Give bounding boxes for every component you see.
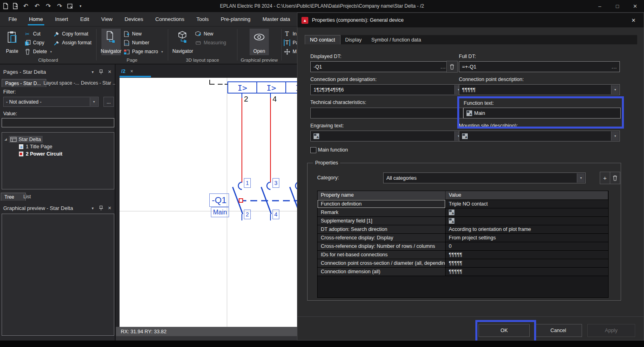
ok-button[interactable]: OK	[479, 324, 530, 337]
pages-panel-header[interactable]: Pages - Star Delta ▾ ✕	[0, 67, 115, 77]
main-function-checkbox[interactable]	[310, 147, 316, 153]
filter-browse-button[interactable]: ...	[103, 97, 114, 107]
layout-new-button[interactable]: New	[195, 30, 213, 38]
tree-item-title-page[interactable]: ✳ 1 Title Page	[18, 143, 52, 150]
tree-item-project[interactable]: ◢ Star Delta	[4, 136, 43, 143]
tab-symbol-function-data[interactable]: Symbol / function data	[367, 35, 426, 44]
column-header-value[interactable]: Value	[446, 191, 608, 200]
menu-pre-planning[interactable]: Pre-planning	[215, 12, 256, 26]
browse-dots[interactable]: ...	[612, 64, 617, 70]
table-row[interactable]: Remark	[318, 208, 608, 217]
table-row[interactable]: Cross-reference display: Number of rows …	[318, 242, 608, 251]
device-tag-label[interactable]: -Q1	[209, 193, 229, 207]
property-value-cell[interactable]	[446, 208, 608, 217]
property-name-cell[interactable]: Connection point cross-section / diamete…	[318, 259, 446, 268]
editor-tab[interactable]: /2 ×	[120, 66, 135, 76]
menu-home[interactable]: Home	[23, 12, 49, 26]
apply-button[interactable]: Apply	[587, 324, 635, 337]
add-property-button[interactable]: +	[600, 172, 610, 184]
page-navigator-button[interactable]: Navigator	[101, 29, 121, 55]
property-name-cell[interactable]: Supplementary field [1]	[318, 217, 446, 225]
layout-navigator-button[interactable]: Navigator	[173, 29, 192, 55]
undo-list-icon[interactable]: ↶	[22, 2, 30, 10]
filter-dropdown-icon[interactable]: ▾	[90, 98, 98, 106]
cancel-action-icon[interactable]	[67, 3, 73, 9]
property-name-cell[interactable]: Function definition	[318, 200, 446, 208]
table-row[interactable]: DT adoption: Search direction According …	[318, 225, 608, 234]
paste-button[interactable]: Paste	[2, 29, 22, 55]
mounting-site-combobox[interactable]: ▾	[459, 131, 620, 141]
dropdown-icon[interactable]: ▾	[577, 173, 585, 183]
menu-tools[interactable]: Tools	[190, 12, 215, 26]
property-value-cell[interactable]: From project settings	[446, 234, 608, 242]
customize-qat-icon[interactable]: ▾	[76, 4, 85, 8]
restore-button[interactable]: □	[609, 0, 626, 12]
table-row[interactable]: Connection dimension (all) ¶¶¶¶¶	[318, 268, 608, 276]
chevron-down-icon[interactable]: ▾	[92, 70, 94, 74]
menu-connections[interactable]: Connections	[149, 12, 190, 26]
dock-tab-pages[interactable]: Pages - Star D...	[2, 79, 46, 87]
graphical-preview-canvas[interactable]	[2, 214, 114, 336]
new-page-icon[interactable]	[2, 3, 9, 9]
open-preview-button[interactable]: Open	[250, 29, 269, 55]
dropdown-icon[interactable]: ▾	[611, 131, 619, 141]
graphical-preview-header[interactable]: Graphical preview - Star Delta ▾ ✕	[0, 203, 115, 213]
property-name-cell[interactable]: Cross-reference display: Number of rows …	[318, 242, 446, 251]
table-row[interactable]: Connection point cross-section / diamete…	[318, 259, 608, 268]
minimize-button[interactable]: –	[591, 0, 609, 12]
property-name-cell[interactable]: IDs for net-based connections	[318, 251, 446, 259]
page-tree[interactable]: ◢ Star Delta ✳ 1 Title Page 2 Power Circ…	[2, 132, 114, 189]
property-name-cell[interactable]: Cross-reference display: Display	[318, 234, 446, 242]
pin-icon[interactable]	[99, 69, 103, 75]
function-text-label[interactable]: Main	[211, 207, 229, 217]
property-value-cell[interactable]: Triple NO contact	[446, 200, 608, 208]
page-new-button[interactable]: New	[123, 30, 142, 38]
delete-dt-button[interactable]	[446, 61, 458, 73]
property-value-cell[interactable]: ¶¶¶¶¶	[446, 268, 608, 276]
column-header-property-name[interactable]: Property name	[318, 191, 446, 200]
menu-edit[interactable]: Edit	[74, 12, 95, 26]
value-input[interactable]	[2, 118, 114, 127]
property-name-cell[interactable]: Remark	[318, 208, 446, 217]
engraving-text-combobox[interactable]: ▾	[310, 131, 463, 141]
menu-insert[interactable]: Insert	[49, 12, 74, 26]
dropdown-icon[interactable]: ▾	[611, 85, 619, 94]
delete-property-button[interactable]	[610, 172, 620, 184]
assign-format-button[interactable]: Assign format	[53, 39, 91, 47]
menu-file[interactable]: File	[2, 12, 23, 26]
close-tab-icon[interactable]: ×	[130, 69, 133, 74]
page-macro-button[interactable]: Page macro ▾	[123, 48, 163, 56]
property-value-cell[interactable]	[446, 217, 608, 225]
full-dt-input[interactable]: =+-Q1 ...	[459, 61, 620, 72]
dialog-close-icon[interactable]: ✕	[629, 16, 638, 24]
menu-devices[interactable]: Devices	[119, 12, 149, 26]
category-combobox[interactable]: All categories ▾	[383, 172, 586, 183]
close-window-button[interactable]: ✕	[626, 0, 644, 12]
technical-characteristics-input[interactable]	[310, 108, 463, 118]
undo-icon[interactable]: ↶	[33, 2, 41, 10]
expander-icon[interactable]: ◢	[4, 137, 7, 141]
table-row[interactable]: Supplementary field [1]	[318, 217, 608, 225]
property-value-cell[interactable]: ¶¶¶¶¶	[446, 259, 608, 268]
menu-master-data[interactable]: Master data	[256, 12, 296, 26]
menu-view[interactable]: View	[95, 12, 119, 26]
close-panel-icon[interactable]: ✕	[108, 69, 111, 75]
path-function-text-button[interactable]: T Pa	[284, 39, 297, 47]
pin-icon[interactable]	[99, 206, 103, 211]
property-value-cell[interactable]: 0	[446, 242, 608, 251]
table-row[interactable]: IDs for net-based connections ¶¶¶¶¶	[318, 251, 608, 259]
cp-designation-combobox[interactable]: 1¶2¶3¶4¶5¶6 ▾	[310, 84, 463, 95]
redo-icon[interactable]: ↷	[44, 2, 52, 10]
function-text-input[interactable]: Main	[463, 108, 621, 118]
tree-item-power-circuit[interactable]: 2 Power Circuit	[18, 150, 62, 157]
table-row[interactable]: Cross-reference display: Display From pr…	[318, 234, 608, 242]
chevron-down-icon[interactable]: ▾	[92, 206, 94, 210]
delete-button[interactable]: Delete ▾	[24, 48, 52, 56]
copy-button[interactable]: Copy	[24, 39, 44, 47]
copy-format-button[interactable]: Copy format	[53, 30, 88, 38]
list-tab[interactable]: List	[20, 193, 41, 200]
redo-list-icon[interactable]: ↷	[56, 2, 64, 10]
page-number-button[interactable]: 123 Number	[123, 39, 149, 47]
cp-description-combobox[interactable]: ¶¶¶¶¶ ▾	[459, 84, 620, 95]
property-name-cell[interactable]: DT adoption: Search direction	[318, 225, 446, 234]
